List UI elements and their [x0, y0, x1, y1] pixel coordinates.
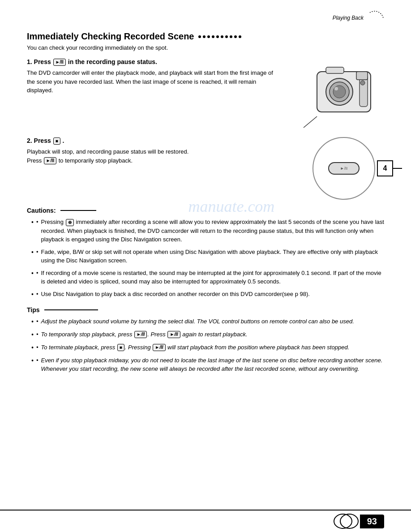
tips-list: • Adjust the playback sound volume by tu… [27, 317, 384, 373]
playing-back-label: Playing Back [333, 15, 364, 21]
list-item: • Adjust the playback sound volume by tu… [31, 317, 384, 326]
cautions-line-decoration [60, 210, 96, 211]
page-oval-icon [333, 513, 360, 529]
list-item: • To terminate playback, press ■. Pressi… [31, 343, 384, 352]
key-tip-3a: ■ [117, 344, 124, 351]
list-item: • Use Disc Navigation to play back a dis… [31, 290, 384, 299]
step-2-section: 2. Press ■ . Playback will stop, and rec… [27, 137, 384, 200]
tips-line-decoration [44, 309, 98, 310]
cautions-header: Cautions: [27, 207, 384, 214]
camera-illustration-icon [290, 58, 380, 130]
page-title: Immediately Checking Recorded Scene [27, 31, 384, 42]
svg-point-4 [334, 87, 338, 90]
svg-line-8 [304, 116, 317, 128]
button-shape-icon: ►/II [328, 162, 360, 175]
step-2-diagram: ►/II [304, 137, 384, 200]
key-stop: ■ [53, 137, 60, 145]
svg-rect-7 [356, 72, 368, 80]
step-1-image [286, 58, 384, 130]
key-play-pause-2: ►/II [44, 157, 56, 164]
title-text: Immediately Checking Recorded Scene [27, 31, 194, 42]
tips-section: Tips • Adjust the playback sound volume … [27, 306, 384, 373]
header: Playing Back [27, 9, 384, 27]
page-subtitle: You can check your recording immediately… [27, 44, 384, 51]
page-number: 93 [360, 515, 384, 528]
step-1-section: 1. Press ►/II in the recording pause sta… [27, 58, 384, 130]
page-number-area: 93 [333, 513, 384, 529]
step-2-number: 2. Press ■ . [27, 137, 295, 145]
step-2-text: 2. Press ■ . Playback will stop, and rec… [27, 137, 295, 200]
cautions-list: • Pressing ⊕ immediately after recording… [27, 218, 384, 299]
list-item: • Even if you stop playback midway, you … [31, 356, 384, 373]
key-play-pause-1: ►/II [53, 59, 66, 66]
list-item: • Pressing ⊕ immediately after recording… [31, 218, 384, 244]
key-caution-1: ⊕ [66, 219, 74, 226]
svg-rect-5 [326, 67, 344, 73]
step-1-body: The DVD camcorder will enter the playbac… [27, 69, 281, 95]
svg-point-9 [360, 81, 365, 85]
key-tip-2b: ►/II [167, 331, 180, 338]
tips-header: Tips [27, 306, 384, 313]
step-2-body: Playback will stop, and recording pause … [27, 147, 295, 165]
list-item: • To temporarily stop playback, press ►/… [31, 330, 384, 339]
list-item: • If recording of a movie scene is resta… [31, 269, 384, 286]
outer-circle-icon: ►/II [313, 137, 375, 200]
step-1-text: 1. Press ►/II in the recording pause sta… [27, 58, 286, 130]
key-tip-2a: ►/II [134, 331, 147, 338]
section-4-badge: 4 [377, 160, 402, 176]
cautions-title: Cautions: [27, 207, 56, 214]
tips-title: Tips [27, 306, 40, 313]
footer: 93 [0, 510, 411, 532]
key-tip-3b: ►/II [153, 344, 165, 351]
list-item: • Fade, wipe, B/W or skip set will not o… [31, 248, 384, 265]
cautions-section: Cautions: • Pressing ⊕ immediately after… [27, 207, 384, 299]
step-1-number: 1. Press ►/II in the recording pause sta… [27, 58, 281, 66]
button-diagram: ►/II [313, 137, 375, 200]
title-decoration [198, 35, 241, 38]
decorative-arc-icon [366, 9, 384, 27]
